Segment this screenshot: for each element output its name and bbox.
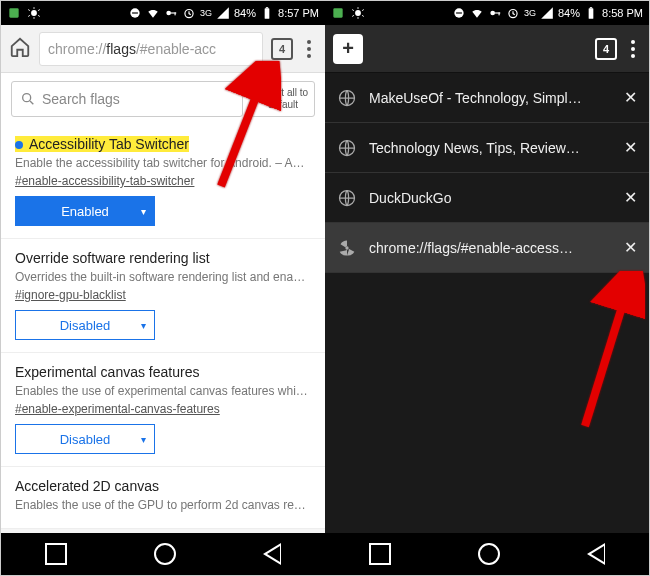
home-icon[interactable] [9, 36, 31, 62]
close-icon[interactable]: ✕ [624, 88, 637, 107]
search-placeholder: Search flags [42, 91, 120, 107]
key-icon [164, 6, 178, 20]
status-bar: 3G 84% 8:57 PM [1, 1, 325, 25]
wifi-icon [146, 6, 160, 20]
svg-rect-17 [498, 12, 499, 15]
tab-item[interactable]: MakeUseOf - Technology, Simpl… ✕ [325, 73, 649, 123]
close-icon[interactable]: ✕ [624, 138, 637, 157]
key-icon [488, 6, 502, 20]
globe-icon [337, 88, 357, 108]
tab-title: MakeUseOf - Technology, Simpl… [369, 90, 612, 106]
tab-list: MakeUseOf - Technology, Simpl… ✕ Technol… [325, 73, 649, 273]
svg-rect-20 [590, 7, 592, 8]
flag-item: Accelerated 2D canvasEnables the use of … [1, 467, 325, 529]
globe-icon [337, 138, 357, 158]
clock-text: 8:58 PM [602, 7, 643, 19]
flag-description: Enables the use of experimental canvas f… [15, 384, 311, 398]
svg-rect-9 [266, 7, 268, 8]
flag-state-select[interactable]: Disabled [15, 310, 155, 340]
browser-toolbar: chrome://flags/#enable-acc 4 [1, 25, 325, 73]
tab-title: Technology News, Tips, Review… [369, 140, 612, 156]
flag-state-select[interactable]: Disabled [15, 424, 155, 454]
search-input[interactable]: Search flags [11, 81, 243, 117]
wifi-icon [470, 6, 484, 20]
dnd-icon [128, 6, 142, 20]
back-button[interactable] [587, 543, 605, 565]
tab-title: chrome://flags/#enable-access… [369, 240, 612, 256]
svg-rect-11 [333, 8, 342, 17]
nav-bar [1, 533, 325, 575]
nav-bar [325, 533, 649, 575]
flag-item: Override software rendering listOverride… [1, 239, 325, 353]
svg-point-1 [31, 10, 37, 16]
flag-anchor[interactable]: #enable-accessibility-tab-switcher [15, 174, 311, 188]
phone-right-screenshot: 3G 84% 8:58 PM + 4 MakeUseOf - Technolog… [325, 1, 649, 575]
flag-state-select[interactable]: Enabled [15, 196, 155, 226]
flag-description: Enable the accessibility tab switcher fo… [15, 156, 311, 170]
battery-icon [584, 6, 598, 20]
url-scheme: chrome:// [48, 41, 106, 57]
recents-button[interactable] [45, 543, 67, 565]
battery-text: 84% [234, 7, 256, 19]
dnd-icon [452, 6, 466, 20]
alarm-icon [506, 6, 520, 20]
svg-rect-8 [265, 8, 270, 18]
app-icon [7, 6, 21, 20]
tab-item[interactable]: chrome://flags/#enable-access… ✕ [325, 223, 649, 273]
svg-rect-14 [456, 12, 462, 13]
flag-title: Override software rendering list [15, 250, 210, 266]
flag-item: Experimental canvas featuresEnables the … [1, 353, 325, 467]
search-row: Search flags Reset all to default [1, 73, 325, 125]
flag-anchor[interactable]: #ignore-gpu-blacklist [15, 288, 311, 302]
svg-rect-19 [589, 8, 594, 18]
flag-title: Experimental canvas features [15, 364, 199, 380]
new-tab-button[interactable]: + [333, 34, 363, 64]
url-bar[interactable]: chrome://flags/#enable-acc [39, 32, 263, 66]
radiation-icon [337, 238, 357, 258]
svg-point-24 [345, 246, 348, 249]
svg-rect-6 [174, 12, 175, 15]
tabs-button[interactable]: 4 [595, 38, 617, 60]
reset-button[interactable]: Reset all to default [251, 81, 315, 117]
globe-icon [337, 188, 357, 208]
svg-point-4 [166, 11, 171, 16]
flag-description: Overrides the built-in software renderin… [15, 270, 311, 284]
back-button[interactable] [263, 543, 281, 565]
battery-text: 84% [558, 7, 580, 19]
close-icon[interactable]: ✕ [624, 238, 637, 257]
network-type: 3G [524, 8, 536, 18]
battery-icon [260, 6, 274, 20]
signal-icon [540, 6, 554, 20]
home-button[interactable] [154, 543, 176, 565]
app-icon [331, 6, 345, 20]
recents-button[interactable] [369, 543, 391, 565]
url-path: /#enable-acc [136, 41, 216, 57]
status-bar: 3G 84% 8:58 PM [325, 1, 649, 25]
annotation-arrow-right [575, 271, 645, 435]
phone-left-screenshot: 3G 84% 8:57 PM chrome://flags/#enable-ac… [1, 1, 325, 575]
svg-point-12 [355, 10, 361, 16]
flag-item: Accessibility Tab SwitcherEnable the acc… [1, 125, 325, 239]
flag-title: Accessibility Tab Switcher [15, 136, 189, 152]
bug-icon [351, 6, 365, 20]
alarm-icon [182, 6, 196, 20]
flag-description: Enables the use of the GPU to perform 2d… [15, 498, 311, 512]
tab-item[interactable]: DuckDuckGo ✕ [325, 173, 649, 223]
tabswitcher-toolbar: + 4 [325, 25, 649, 73]
url-host: flags [106, 41, 136, 57]
network-type: 3G [200, 8, 212, 18]
menu-icon[interactable] [301, 40, 317, 58]
search-icon [20, 91, 36, 107]
close-icon[interactable]: ✕ [624, 188, 637, 207]
tabs-button[interactable]: 4 [271, 38, 293, 60]
tab-item[interactable]: Technology News, Tips, Review… ✕ [325, 123, 649, 173]
svg-rect-3 [132, 12, 138, 13]
svg-point-15 [490, 11, 495, 16]
signal-icon [216, 6, 230, 20]
tab-title: DuckDuckGo [369, 190, 612, 206]
menu-icon[interactable] [625, 40, 641, 58]
flag-anchor[interactable]: #enable-experimental-canvas-features [15, 402, 311, 416]
svg-point-10 [23, 94, 31, 102]
home-button[interactable] [478, 543, 500, 565]
flag-title: Accelerated 2D canvas [15, 478, 159, 494]
